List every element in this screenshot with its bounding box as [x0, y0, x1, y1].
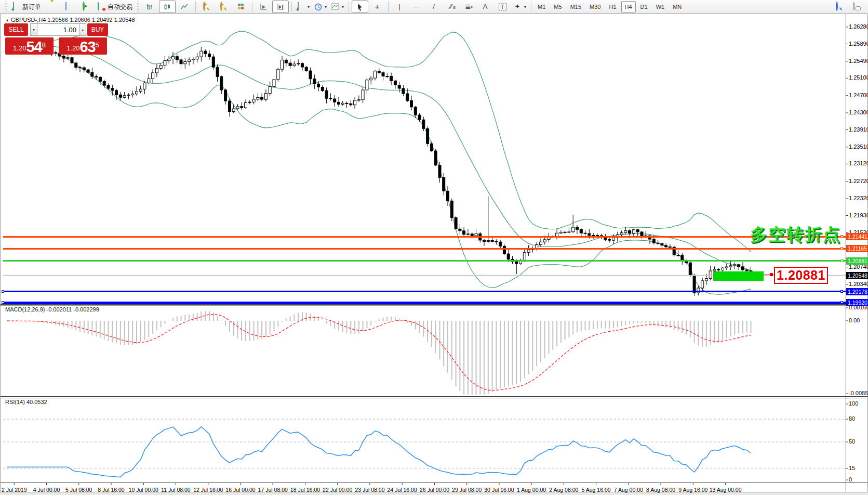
level-price-label: 1.21441	[846, 233, 868, 240]
date-tick-label: 30 Jul 16:00	[484, 487, 514, 493]
trendline-icon: /	[430, 3, 438, 11]
level-price-label: 1.19920	[846, 299, 868, 306]
channel-tool-button[interactable]: ∕∕	[443, 1, 459, 13]
turning-point-annotation[interactable]: 多空转折点	[750, 223, 841, 246]
periods-button[interactable]: ▾	[312, 1, 329, 13]
chevron-down-icon: ▾	[342, 5, 344, 9]
cursor-tool-button[interactable]	[352, 1, 368, 13]
bid-quote[interactable]: 1.20548	[5, 37, 54, 55]
timeframe-M1[interactable]: M1	[534, 1, 549, 12]
volume-increase-button[interactable]: ▴	[79, 23, 86, 36]
sell-button[interactable]: SELL	[4, 23, 28, 36]
terminal-button[interactable]	[78, 1, 95, 13]
horizontal-line-object[interactable]	[3, 236, 846, 238]
text-label-icon: T	[499, 3, 506, 11]
timeframe-D1[interactable]: D1	[637, 1, 651, 12]
line-chart-button[interactable]	[176, 1, 193, 13]
ask-quote[interactable]: 1.20635	[59, 37, 107, 55]
pane-separator[interactable]	[0, 304, 868, 305]
timeframe-H4[interactable]: H4	[621, 1, 636, 12]
line-anchor[interactable]	[840, 301, 843, 304]
line-anchor[interactable]	[840, 290, 843, 293]
cursor-icon	[356, 3, 364, 11]
macd-scale-min: -0.008522	[849, 390, 868, 396]
collapse-panel-icon[interactable]: ▴	[6, 18, 8, 22]
auto-scroll-button[interactable]	[255, 1, 272, 13]
profile-icon	[48, 3, 56, 11]
date-tick-label: 2 Aug 08:00	[549, 487, 578, 493]
tile-windows-icon	[238, 4, 244, 10]
level-price-label: 1.20178	[846, 288, 868, 295]
tile-windows-button[interactable]	[233, 1, 249, 13]
bid-main: 54	[26, 40, 42, 54]
volume-input[interactable]	[37, 23, 79, 36]
timeframe-H1[interactable]: H1	[605, 1, 620, 12]
price-axis-line[interactable]	[846, 14, 846, 492]
pane-separator	[0, 483, 868, 483]
buy-button[interactable]: BUY	[87, 23, 108, 36]
pane-separator[interactable]	[0, 396, 868, 397]
date-tick-label: 5 Aug 16:00	[582, 487, 611, 493]
horizontal-line-object[interactable]	[3, 260, 846, 262]
rsi-scale-label: 15	[849, 465, 855, 471]
price-tag-box[interactable]: 1.20881	[774, 267, 828, 284]
horizontal-line-object[interactable]	[3, 248, 846, 250]
timeframe-M30[interactable]: M30	[586, 1, 604, 12]
candlestick-chart-icon	[164, 3, 171, 10]
chart-canvas[interactable]	[0, 14, 868, 495]
price-tick-label: 1.23910	[849, 126, 868, 133]
chat-icon	[852, 3, 861, 11]
text-tool-button[interactable]: A	[477, 1, 493, 13]
volume-decrease-button[interactable]: ▾	[30, 23, 37, 36]
date-tick-label: 22 Jul 00:00	[323, 487, 352, 493]
profile-button[interactable]	[44, 1, 60, 13]
new-order-button[interactable]: 新订单	[10, 1, 43, 13]
bar-chart-button[interactable]	[142, 1, 158, 13]
pane-separator[interactable]	[0, 398, 868, 398]
candlestick-chart-button[interactable]	[159, 1, 176, 13]
zoom-in-button[interactable]	[198, 1, 215, 13]
vertical-line-tool-button[interactable]: |	[391, 1, 408, 13]
line-anchor[interactable]	[840, 259, 843, 262]
timeframe-MN[interactable]: MN	[669, 1, 685, 12]
horizontal-line-tool-button[interactable]: —	[408, 1, 425, 13]
templates-button[interactable]: ▾	[329, 1, 346, 13]
arrows-tool-button[interactable]: ✦▾	[511, 1, 528, 13]
pane-separator[interactable]	[0, 305, 868, 306]
price-tag-anchor[interactable]	[770, 273, 773, 276]
rsi-label: RSI(14) 40.0532	[5, 399, 47, 405]
symbol-ohlc-text: GBPUSD-,H4 1.20566 1.20606 1.20492 1.205…	[11, 17, 135, 23]
line-anchor[interactable]	[2, 290, 4, 293]
community-chat-button[interactable]	[848, 1, 865, 13]
ask-sup: 5	[96, 37, 99, 53]
arrows-icon: ✦	[513, 3, 522, 11]
timeframe-M15[interactable]: M15	[567, 1, 585, 12]
line-anchor[interactable]	[2, 301, 4, 304]
timeframe-M5[interactable]: M5	[550, 1, 565, 12]
fibonacci-tool-button[interactable]: ≣	[460, 1, 476, 13]
toolbar-grip[interactable]	[5, 2, 7, 12]
chart-shift-button[interactable]	[272, 1, 289, 13]
line-anchor[interactable]	[840, 247, 843, 250]
price-tick-label: 1.22720	[849, 178, 868, 184]
crosshair-tool-button[interactable]: +	[369, 1, 385, 13]
zoom-out-button[interactable]	[216, 1, 232, 13]
chevron-down-icon: ▾	[308, 5, 310, 9]
indicators-button[interactable]: ▾	[295, 1, 312, 13]
price-tick-label: 1.25890	[849, 41, 868, 47]
search-button[interactable]	[831, 1, 848, 13]
auto-scroll-icon	[260, 3, 268, 10]
horizontal-line-object[interactable]	[3, 302, 846, 304]
toolbar-grip[interactable]	[137, 2, 139, 12]
bar-chart-icon	[146, 3, 154, 10]
text-label-tool-button[interactable]: T	[494, 1, 511, 13]
timeframe-W1[interactable]: W1	[652, 1, 669, 12]
rsi-scale-label: 0	[849, 476, 852, 483]
date-tick-label: 2 Jul 2019	[2, 487, 26, 493]
horizontal-line-object[interactable]	[3, 291, 846, 292]
chart-window[interactable]: ▴ GBPUSD-,H4 1.20566 1.20606 1.20492 1.2…	[0, 14, 868, 495]
trendline-tool-button[interactable]: /	[425, 1, 442, 13]
charts-button[interactable]	[61, 1, 77, 13]
autotrade-button[interactable]: 自动交易	[95, 1, 135, 13]
support-zone-rectangle[interactable]	[713, 271, 764, 281]
